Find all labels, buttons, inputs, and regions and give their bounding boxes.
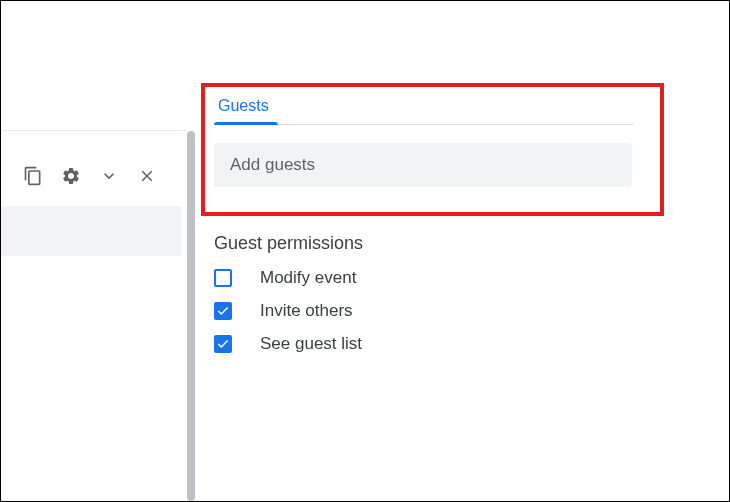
close-icon[interactable] bbox=[135, 164, 159, 188]
permission-label: Invite others bbox=[260, 301, 353, 321]
permissions-title: Guest permissions bbox=[214, 233, 654, 254]
permission-row-seelist: See guest list bbox=[214, 334, 654, 354]
chevron-down-icon[interactable] bbox=[97, 164, 121, 188]
add-guests-input[interactable] bbox=[214, 143, 632, 187]
gear-icon[interactable] bbox=[59, 164, 83, 188]
permission-label: Modify event bbox=[260, 268, 356, 288]
left-grey-block bbox=[1, 206, 181, 256]
tab-guests[interactable]: Guests bbox=[214, 91, 273, 125]
guests-panel: Guests Guest permissions Modify event In… bbox=[214, 87, 654, 367]
checkbox-modify-event[interactable] bbox=[214, 269, 232, 287]
permission-label: See guest list bbox=[260, 334, 362, 354]
left-toolbar-panel bbox=[1, 154, 186, 256]
checkbox-invite-others[interactable] bbox=[214, 302, 232, 320]
tab-active-indicator bbox=[214, 122, 278, 125]
guest-permissions-section: Guest permissions Modify event Invite ot… bbox=[214, 233, 654, 354]
divider-line bbox=[1, 130, 186, 131]
checkbox-see-guest-list[interactable] bbox=[214, 335, 232, 353]
permission-row-invite: Invite others bbox=[214, 301, 654, 321]
vertical-scrollbar[interactable] bbox=[187, 131, 195, 501]
toolbar-icon-row bbox=[1, 154, 186, 206]
permission-row-modify: Modify event bbox=[214, 268, 654, 288]
tab-header: Guests bbox=[214, 87, 654, 125]
copy-icon[interactable] bbox=[21, 164, 45, 188]
